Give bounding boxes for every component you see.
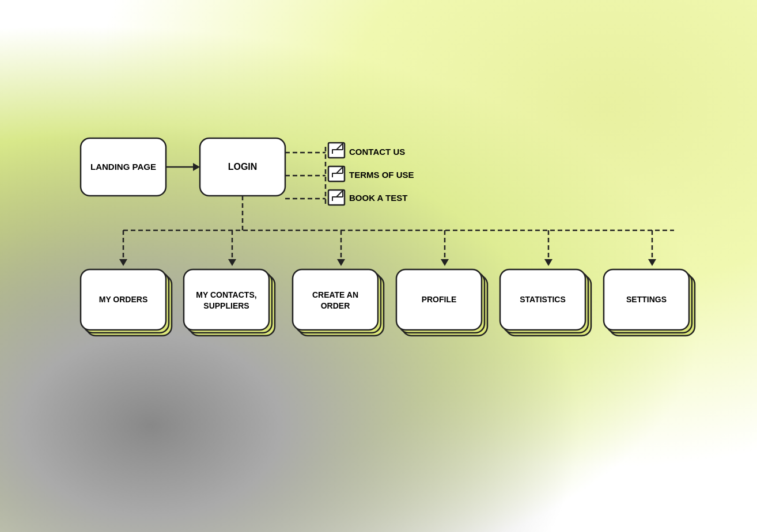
svg-rect-33 (293, 269, 378, 330)
book-test-label: BOOK A TEST (349, 193, 407, 203)
login-label: LOGIN (228, 162, 258, 172)
statistics-label: STATISTICS (520, 295, 566, 304)
svg-marker-20 (441, 259, 449, 266)
landing-page-label: LANDING PAGE (90, 162, 156, 172)
contact-us-label: CONTACT US (349, 147, 405, 157)
profile-label: PROFILE (422, 295, 457, 304)
svg-marker-24 (648, 259, 656, 266)
settings-label: SETTINGS (626, 295, 667, 304)
svg-marker-14 (119, 259, 127, 266)
my-contacts-label: MY CONTACTS, (196, 290, 256, 299)
my-orders-label: MY ORDERS (99, 295, 148, 304)
svg-marker-22 (544, 259, 552, 266)
svg-rect-30 (184, 269, 269, 330)
terms-of-use-label: TERMS OF USE (349, 170, 414, 180)
create-order-label: CREATE AN (312, 290, 358, 299)
svg-marker-2 (193, 163, 200, 171)
svg-marker-16 (228, 259, 236, 266)
suppliers-label: SUPPLIERS (203, 301, 249, 310)
order-label: ORDER (321, 301, 350, 310)
svg-marker-18 (337, 259, 345, 266)
